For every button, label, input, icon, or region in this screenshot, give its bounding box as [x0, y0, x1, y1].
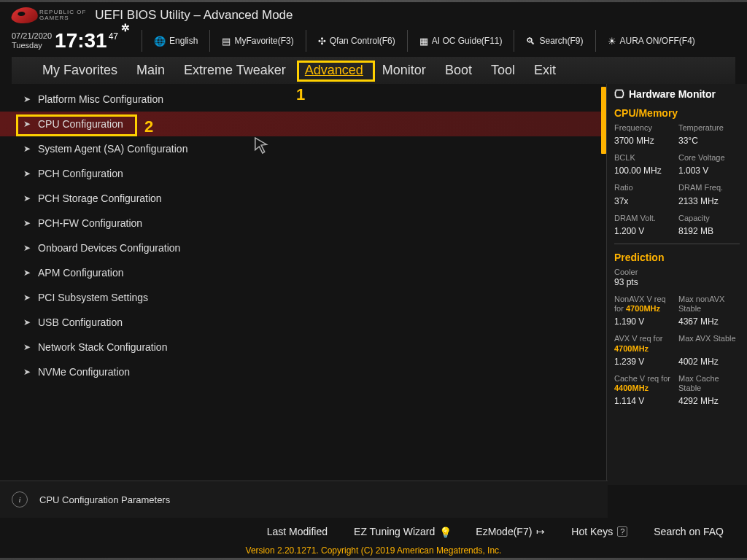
prediction-title: Prediction [614, 252, 740, 263]
fan-icon: ✣ [318, 36, 326, 47]
pred-value: 4367 MHz [678, 316, 740, 327]
pred-value: 1.114 V [614, 396, 676, 406]
menu-item-cpu-configuration[interactable]: ➤CPU Configuration [0, 112, 606, 136]
qfan-button[interactable]: ✣Qfan Control(F6) [318, 36, 395, 47]
menu-item-onboard-devices-configuration[interactable]: ➤Onboard Devices Configuration [0, 236, 606, 260]
cooler-label: Cooler [614, 268, 740, 277]
tab-bar: My FavoritesMainExtreme TweakerAdvancedM… [12, 57, 735, 84]
scrollbar-thumb[interactable] [601, 87, 606, 154]
chip-icon: ▦ [419, 36, 428, 47]
stat-value: 1.003 V [678, 166, 740, 176]
stat-value: 33°C [678, 136, 740, 146]
menu-item-label: Platform Misc Configuration [38, 93, 163, 105]
language-button[interactable]: 🌐English [154, 36, 198, 47]
hardware-monitor-header: 🖵 Hardware Monitor [614, 88, 740, 100]
menu-item-pch-fw-configuration[interactable]: ➤PCH-FW Configuration [0, 211, 606, 236]
ez-mode-button[interactable]: EzMode(F7)↦ [476, 526, 545, 537]
search-button[interactable]: 🔍︎Search(F9) [526, 36, 583, 47]
stat-label: Temperature [678, 123, 740, 133]
menu-item-label: APM Configuration [38, 267, 124, 279]
tab-extreme-tweaker[interactable]: Extreme Tweaker [184, 63, 286, 78]
tab-exit[interactable]: Exit [534, 63, 556, 78]
tab-boot[interactable]: Boot [445, 63, 472, 78]
aioc-button[interactable]: ▦AI OC Guide(F11) [419, 36, 503, 47]
pred-value: 1.239 V [614, 357, 676, 367]
stat-label: DRAM Volt. [614, 214, 676, 223]
menu-item-pci-subsystem-settings[interactable]: ➤PCI Subsystem Settings [0, 285, 606, 310]
tab-my-favorites[interactable]: My Favorites [42, 63, 117, 78]
menu-item-apm-configuration[interactable]: ➤APM Configuration [0, 260, 606, 285]
stat-label: Capacity [678, 214, 740, 223]
stat-value: 100.00 MHz [614, 166, 676, 176]
favorite-icon: ▤ [222, 36, 231, 47]
day-text: Tuesday [12, 41, 52, 50]
chevron-right-icon: ➤ [23, 94, 31, 104]
time-seconds: 47 [109, 31, 118, 42]
menu-item-usb-configuration[interactable]: ➤USB Configuration [0, 310, 606, 335]
search-faq-button[interactable]: Search on FAQ [654, 526, 724, 537]
pred-value: 4292 MHz [678, 396, 740, 406]
cooler-value: 93 pts [614, 277, 740, 287]
menu-item-system-agent-sa-configuration[interactable]: ➤System Agent (SA) Configuration [0, 136, 606, 161]
pred-label: Max Cache Stable [678, 374, 740, 393]
stat-value: 1.200 V [614, 226, 676, 236]
info-icon: i [12, 491, 28, 508]
globe-icon: 🌐 [154, 36, 166, 47]
stat-value: 2133 MHz [678, 196, 740, 206]
tab-main[interactable]: Main [136, 63, 165, 78]
tab-tool[interactable]: Tool [491, 63, 515, 78]
chevron-right-icon: ➤ [23, 317, 31, 327]
menu-item-nvme-configuration[interactable]: ➤NVMe Configuration [0, 359, 606, 384]
annotation-number-2: 2 [144, 117, 153, 136]
stat-value: 37x [614, 196, 676, 206]
last-modified-button[interactable]: Last Modified [267, 526, 328, 537]
aura-icon: ☀ [608, 36, 616, 47]
chevron-right-icon: ➤ [23, 168, 31, 179]
menu-item-pch-storage-configuration[interactable]: ➤PCH Storage Configuration [0, 186, 606, 211]
menu-item-label: PCH-FW Configuration [38, 217, 142, 229]
chevron-right-icon: ➤ [23, 119, 31, 129]
menu-item-label: CPU Configuration [38, 118, 123, 130]
aura-button[interactable]: ☀AURA ON/OFF(F4) [608, 36, 695, 47]
menu-item-network-stack-configuration[interactable]: ➤Network Stack Configuration [0, 335, 606, 359]
exit-icon: ↦ [536, 526, 545, 537]
hot-keys-button[interactable]: Hot Keys? [571, 526, 627, 537]
pred-value: 4002 MHz [678, 357, 740, 367]
stat-value: 8192 MB [678, 226, 740, 236]
stat-label: BCLK [614, 153, 676, 163]
menu-item-pch-configuration[interactable]: ➤PCH Configuration [0, 161, 606, 186]
clock-settings-icon[interactable]: ✲ [121, 22, 130, 34]
help-text: CPU Configuration Parameters [39, 494, 170, 505]
ez-tuning-button[interactable]: EZ Tuning Wizard💡 [354, 526, 449, 537]
search-icon: 🔍︎ [526, 36, 535, 47]
bulb-icon: 💡 [439, 526, 449, 537]
chevron-right-icon: ➤ [23, 367, 31, 377]
stat-label: Ratio [614, 183, 676, 192]
question-key-icon: ? [617, 526, 627, 537]
chevron-right-icon: ➤ [23, 144, 31, 154]
myfavorite-button[interactable]: ▤MyFavorite(F3) [222, 36, 293, 47]
chevron-right-icon: ➤ [23, 243, 31, 253]
clock-block: 07/21/2020 Tuesday 17:31 47 ✲ [12, 29, 130, 52]
menu-item-label: Network Stack Configuration [38, 341, 167, 353]
chevron-right-icon: ➤ [23, 193, 31, 203]
menu-item-label: PCH Storage Configuration [38, 192, 162, 204]
menu-item-platform-misc-configuration[interactable]: ➤Platform Misc Configuration [0, 87, 606, 112]
stat-label: Frequency [614, 123, 676, 133]
chevron-right-icon: ➤ [23, 268, 31, 278]
monitor-icon: 🖵 [614, 88, 624, 100]
pred-label: Cache V req for 4400MHz [614, 374, 676, 393]
rog-logo: REPUBLIC OF GAMERS [12, 7, 86, 23]
menu-item-label: PCH Configuration [38, 168, 123, 179]
tab-advanced[interactable]: Advanced [305, 63, 363, 78]
pred-value: 1.190 V [614, 316, 676, 327]
pred-label: AVX V req for 4700MHz [614, 334, 676, 353]
chevron-right-icon: ➤ [23, 218, 31, 228]
tab-monitor[interactable]: Monitor [382, 63, 426, 78]
stat-label: DRAM Freq. [678, 183, 740, 192]
pred-label: Max AVX Stable [678, 334, 740, 353]
menu-item-label: Onboard Devices Configuration [38, 242, 180, 254]
pred-label: Max nonAVX Stable [678, 295, 740, 314]
date-text: 07/21/2020 [12, 31, 52, 41]
time-hm: 17:31 [55, 29, 107, 52]
